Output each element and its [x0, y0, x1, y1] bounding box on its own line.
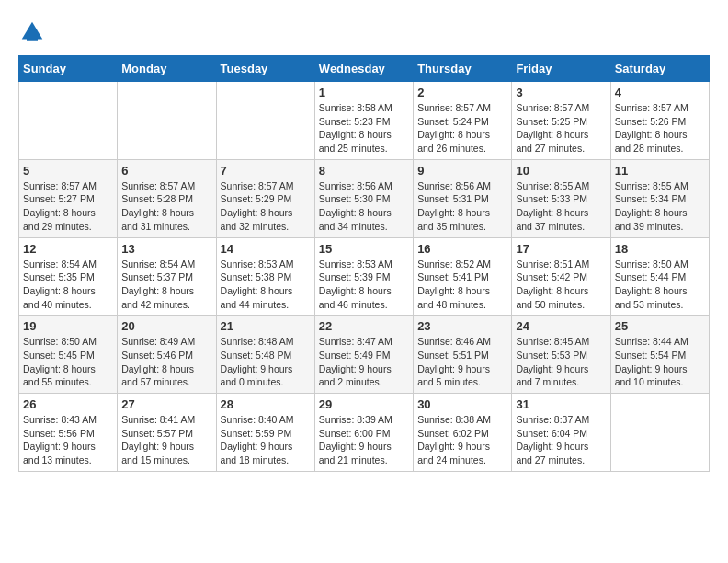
calendar-cell: 22Sunrise: 8:47 AM Sunset: 5:49 PM Dayli…	[314, 316, 413, 394]
calendar-cell: 23Sunrise: 8:46 AM Sunset: 5:51 PM Dayli…	[414, 316, 512, 394]
calendar-week-3: 12Sunrise: 8:54 AM Sunset: 5:35 PM Dayli…	[19, 237, 710, 316]
calendar-cell: 17Sunrise: 8:51 AM Sunset: 5:42 PM Dayli…	[512, 237, 610, 316]
calendar-cell: 25Sunrise: 8:44 AM Sunset: 5:54 PM Dayli…	[610, 316, 709, 394]
day-number: 18	[615, 242, 705, 256]
logo	[18, 18, 50, 46]
day-info: Sunrise: 8:49 AM Sunset: 5:46 PM Dayligh…	[121, 335, 211, 389]
calendar-cell: 9Sunrise: 8:56 AM Sunset: 5:31 PM Daylig…	[414, 159, 512, 237]
day-info: Sunrise: 8:46 AM Sunset: 5:51 PM Dayligh…	[417, 335, 507, 389]
day-number: 30	[417, 397, 507, 411]
calendar-cell: 6Sunrise: 8:57 AM Sunset: 5:28 PM Daylig…	[118, 159, 216, 237]
day-info: Sunrise: 8:54 AM Sunset: 5:35 PM Dayligh…	[23, 258, 113, 312]
calendar-cell: 1Sunrise: 8:58 AM Sunset: 5:23 PM Daylig…	[314, 82, 413, 160]
day-info: Sunrise: 8:57 AM Sunset: 5:25 PM Dayligh…	[516, 101, 606, 155]
day-info: Sunrise: 8:58 AM Sunset: 5:23 PM Dayligh…	[319, 101, 409, 155]
column-header-wednesday: Wednesday	[314, 56, 413, 82]
day-number: 27	[121, 397, 211, 411]
day-info: Sunrise: 8:52 AM Sunset: 5:41 PM Dayligh…	[417, 258, 507, 312]
day-number: 5	[23, 164, 113, 178]
day-number: 20	[121, 319, 211, 333]
calendar-cell: 13Sunrise: 8:54 AM Sunset: 5:37 PM Dayli…	[118, 237, 216, 316]
day-info: Sunrise: 8:57 AM Sunset: 5:29 PM Dayligh…	[221, 179, 311, 234]
day-info: Sunrise: 8:50 AM Sunset: 5:44 PM Dayligh…	[615, 258, 705, 312]
calendar-week-1: 1Sunrise: 8:58 AM Sunset: 5:23 PM Daylig…	[19, 82, 710, 160]
day-number: 12	[23, 242, 113, 256]
day-number: 22	[319, 319, 409, 333]
page-header	[18, 18, 710, 46]
calendar-cell: 5Sunrise: 8:57 AM Sunset: 5:27 PM Daylig…	[19, 159, 118, 237]
svg-marker-0	[22, 22, 43, 40]
calendar-week-2: 5Sunrise: 8:57 AM Sunset: 5:27 PM Daylig…	[19, 159, 710, 237]
day-info: Sunrise: 8:40 AM Sunset: 5:59 PM Dayligh…	[221, 413, 311, 467]
calendar-cell: 26Sunrise: 8:43 AM Sunset: 5:56 PM Dayli…	[19, 394, 118, 472]
column-header-thursday: Thursday	[414, 56, 512, 82]
calendar-cell: 7Sunrise: 8:57 AM Sunset: 5:29 PM Daylig…	[216, 159, 314, 237]
day-number: 19	[23, 319, 113, 333]
column-header-monday: Monday	[118, 56, 216, 82]
calendar-cell	[610, 394, 709, 472]
day-info: Sunrise: 8:37 AM Sunset: 6:04 PM Dayligh…	[516, 413, 606, 467]
calendar-cell	[216, 82, 314, 160]
column-header-friday: Friday	[512, 56, 610, 82]
calendar-cell: 20Sunrise: 8:49 AM Sunset: 5:46 PM Dayli…	[118, 316, 216, 394]
calendar-cell: 3Sunrise: 8:57 AM Sunset: 5:25 PM Daylig…	[512, 82, 610, 160]
day-number: 14	[221, 242, 311, 256]
day-number: 2	[417, 86, 507, 99]
day-number: 28	[221, 397, 311, 411]
calendar-cell: 2Sunrise: 8:57 AM Sunset: 5:24 PM Daylig…	[414, 82, 512, 160]
day-number: 17	[516, 242, 606, 256]
day-info: Sunrise: 8:56 AM Sunset: 5:31 PM Dayligh…	[417, 179, 507, 234]
day-number: 10	[516, 164, 606, 178]
column-header-tuesday: Tuesday	[216, 56, 314, 82]
calendar-cell: 31Sunrise: 8:37 AM Sunset: 6:04 PM Dayli…	[512, 394, 610, 472]
day-number: 6	[121, 164, 211, 178]
day-info: Sunrise: 8:39 AM Sunset: 6:00 PM Dayligh…	[319, 413, 409, 467]
calendar-cell: 16Sunrise: 8:52 AM Sunset: 5:41 PM Dayli…	[414, 237, 512, 316]
day-info: Sunrise: 8:48 AM Sunset: 5:48 PM Dayligh…	[221, 335, 311, 389]
calendar-cell: 10Sunrise: 8:55 AM Sunset: 5:33 PM Dayli…	[512, 159, 610, 237]
column-header-saturday: Saturday	[610, 56, 709, 82]
logo-icon	[18, 18, 46, 46]
day-number: 29	[319, 397, 409, 411]
calendar-cell: 12Sunrise: 8:54 AM Sunset: 5:35 PM Dayli…	[19, 237, 118, 316]
calendar-cell: 27Sunrise: 8:41 AM Sunset: 5:57 PM Dayli…	[118, 394, 216, 472]
day-info: Sunrise: 8:56 AM Sunset: 5:30 PM Dayligh…	[319, 179, 409, 234]
day-number: 1	[319, 86, 409, 99]
calendar-cell: 29Sunrise: 8:39 AM Sunset: 6:00 PM Dayli…	[314, 394, 413, 472]
day-number: 15	[319, 242, 409, 256]
day-number: 23	[417, 319, 507, 333]
day-info: Sunrise: 8:51 AM Sunset: 5:42 PM Dayligh…	[516, 258, 606, 312]
calendar-cell	[19, 82, 118, 160]
day-number: 21	[221, 319, 311, 333]
column-header-sunday: Sunday	[19, 56, 118, 82]
day-info: Sunrise: 8:55 AM Sunset: 5:34 PM Dayligh…	[615, 179, 705, 234]
day-info: Sunrise: 8:57 AM Sunset: 5:24 PM Dayligh…	[417, 101, 507, 155]
day-info: Sunrise: 8:57 AM Sunset: 5:27 PM Dayligh…	[23, 179, 113, 234]
calendar-cell: 30Sunrise: 8:38 AM Sunset: 6:02 PM Dayli…	[414, 394, 512, 472]
day-number: 25	[615, 319, 705, 333]
day-number: 3	[516, 86, 606, 99]
day-number: 31	[516, 397, 606, 411]
day-info: Sunrise: 8:57 AM Sunset: 5:28 PM Dayligh…	[121, 179, 211, 234]
day-info: Sunrise: 8:38 AM Sunset: 6:02 PM Dayligh…	[417, 413, 507, 467]
day-number: 8	[319, 164, 409, 178]
calendar-cell: 4Sunrise: 8:57 AM Sunset: 5:26 PM Daylig…	[610, 82, 709, 160]
day-info: Sunrise: 8:44 AM Sunset: 5:54 PM Dayligh…	[615, 335, 705, 389]
calendar-cell: 15Sunrise: 8:53 AM Sunset: 5:39 PM Dayli…	[314, 237, 413, 316]
day-info: Sunrise: 8:55 AM Sunset: 5:33 PM Dayligh…	[516, 179, 606, 234]
calendar-cell: 28Sunrise: 8:40 AM Sunset: 5:59 PM Dayli…	[216, 394, 314, 472]
day-number: 13	[121, 242, 211, 256]
day-number: 11	[615, 164, 705, 178]
calendar-cell: 18Sunrise: 8:50 AM Sunset: 5:44 PM Dayli…	[610, 237, 709, 316]
calendar-cell: 14Sunrise: 8:53 AM Sunset: 5:38 PM Dayli…	[216, 237, 314, 316]
calendar-cell	[118, 82, 216, 160]
calendar-week-4: 19Sunrise: 8:50 AM Sunset: 5:45 PM Dayli…	[19, 316, 710, 394]
day-info: Sunrise: 8:53 AM Sunset: 5:39 PM Dayligh…	[319, 258, 409, 312]
day-number: 9	[417, 164, 507, 178]
day-number: 24	[516, 319, 606, 333]
day-info: Sunrise: 8:53 AM Sunset: 5:38 PM Dayligh…	[221, 258, 311, 312]
day-info: Sunrise: 8:57 AM Sunset: 5:26 PM Dayligh…	[615, 101, 705, 155]
svg-rect-1	[27, 38, 38, 41]
day-number: 7	[221, 164, 311, 178]
day-info: Sunrise: 8:43 AM Sunset: 5:56 PM Dayligh…	[23, 413, 113, 467]
